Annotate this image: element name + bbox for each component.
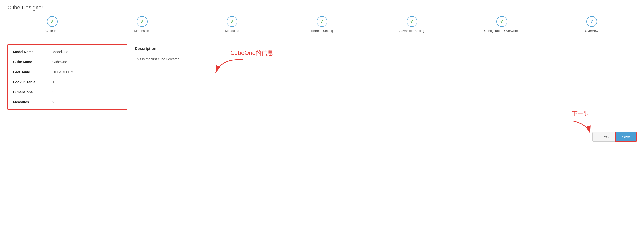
stepper-label-configuration-overwrites: Configuration Overwrites — [484, 29, 519, 32]
stepper-circle-dimensions: ✓ — [137, 16, 148, 27]
stepper-label-overview: Overview — [585, 29, 598, 32]
stepper-item-advanced-setting[interactable]: ✓Advanced Setting — [367, 16, 457, 32]
table-row: Model NameModelOne — [8, 47, 127, 57]
stepper-item-measures[interactable]: ✓Measures — [187, 16, 277, 32]
row-value: ModelOne — [47, 47, 127, 57]
row-value: DEFAULT.EMP — [47, 67, 127, 77]
page-title: Cube Designer — [7, 4, 637, 11]
stepper-label-dimensions: Dimensions — [134, 29, 150, 32]
stepper-item-overview[interactable]: 7Overview — [547, 16, 637, 32]
cube-annotation: CubeOne的信息 — [230, 49, 273, 57]
row-label: Model Name — [8, 47, 47, 57]
description-text: This is the first cube I created. — [135, 56, 188, 62]
info-table: Model NameModelOneCube NameCubeOneFact T… — [8, 47, 127, 107]
stepper-label-advanced-setting: Advanced Setting — [400, 29, 424, 32]
row-label: Fact Table — [8, 67, 47, 77]
table-row: Fact TableDEFAULT.EMP — [8, 67, 127, 77]
save-button[interactable]: Save — [615, 132, 637, 142]
stepper: ✓Cube Info✓Dimensions✓Measures✓Refresh S… — [7, 16, 637, 37]
right-section: CubeOne的信息 — [196, 44, 637, 76]
info-card: Model NameModelOneCube NameCubeOneFact T… — [7, 44, 128, 110]
stepper-circle-measures: ✓ — [227, 16, 238, 27]
stepper-label-measures: Measures — [225, 29, 239, 32]
stepper-label-refresh-setting: Refresh Setting — [311, 29, 333, 32]
table-row: Measures2 — [8, 97, 127, 107]
row-value: 1 — [47, 77, 127, 87]
stepper-item-cube-info[interactable]: ✓Cube Info — [7, 16, 97, 32]
stepper-label-cube-info: Cube Info — [45, 29, 59, 32]
stepper-circle-overview: 7 — [586, 16, 597, 27]
table-row: Lookup Table1 — [8, 77, 127, 87]
stepper-item-configuration-overwrites[interactable]: ✓Configuration Overwrites — [457, 16, 547, 32]
row-value: 5 — [47, 87, 127, 97]
stepper-item-refresh-setting[interactable]: ✓Refresh Setting — [277, 16, 367, 32]
row-label: Cube Name — [8, 57, 47, 67]
stepper-circle-cube-info: ✓ — [47, 16, 58, 27]
stepper-circle-advanced-setting: ✓ — [406, 16, 417, 27]
stepper-item-dimensions[interactable]: ✓Dimensions — [97, 16, 187, 32]
table-row: Dimensions5 — [8, 87, 127, 97]
row-label: Lookup Table — [8, 77, 47, 87]
bottom-bar: 下一步 ← Prev Save — [7, 130, 637, 142]
stepper-circle-configuration-overwrites: ✓ — [496, 16, 507, 27]
description-panel: Description This is the first cube I cre… — [128, 44, 196, 64]
main-content: Model NameModelOneCube NameCubeOneFact T… — [7, 44, 637, 110]
table-row: Cube NameCubeOne — [8, 57, 127, 67]
annotation-arrow — [211, 57, 250, 76]
row-value: CubeOne — [47, 57, 127, 67]
prev-button[interactable]: ← Prev — [592, 132, 615, 142]
next-arrow — [568, 120, 592, 134]
next-step-annotation: 下一步 — [568, 110, 592, 117]
row-value: 2 — [47, 97, 127, 107]
row-label: Measures — [8, 97, 47, 107]
stepper-circle-refresh-setting: ✓ — [316, 16, 328, 27]
row-label: Dimensions — [8, 87, 47, 97]
description-title: Description — [135, 46, 188, 51]
